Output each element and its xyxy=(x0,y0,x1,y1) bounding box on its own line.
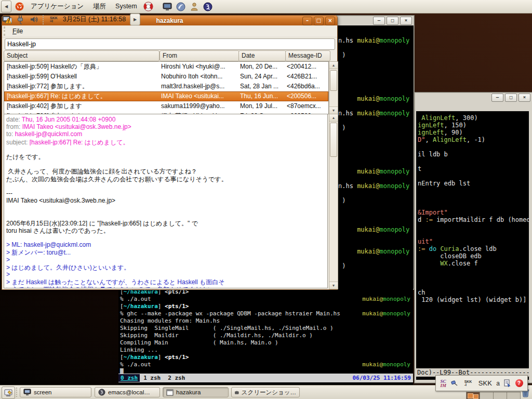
text-segment: 120 (widget lst) (widget b)] xyxy=(418,296,527,303)
emacs-window[interactable]: – □ × AlignLeft, 300)ignLeft, 150)ignLef… xyxy=(414,92,532,383)
text-segment: --- xyxy=(6,190,12,197)
software-update-icon[interactable] xyxy=(2,15,12,25)
power-plug-icon[interactable] xyxy=(15,15,25,25)
task-button-screenshot[interactable]: スクリーンショッ… xyxy=(231,387,300,397)
task-label: スクリーンショッ… xyxy=(242,389,296,396)
scim-toolbar: SCIM SKK-I SKK a ? xyxy=(435,375,528,391)
text-segment: from: xyxy=(6,123,22,130)
message-line: > xyxy=(6,256,327,263)
mail-list-scrollbar[interactable]: ▲ ▼ xyxy=(329,61,338,114)
text-segment: monopoly xyxy=(379,248,409,255)
workspace-4[interactable] xyxy=(507,392,520,399)
terminal-line xyxy=(338,44,414,51)
panel-hide-left-button[interactable]: ◀ xyxy=(1,1,11,12)
minimize-button[interactable]: – xyxy=(491,94,503,102)
column-header-from[interactable]: From xyxy=(159,50,240,61)
message-line xyxy=(6,204,327,211)
terminal-line xyxy=(338,117,414,124)
scroll-down-icon[interactable]: ▼ xyxy=(329,282,338,289)
workspace-1[interactable] xyxy=(467,392,480,399)
column-header-message-id[interactable]: Message-ID xyxy=(285,50,330,61)
sylpheed-launcher-icon[interactable] xyxy=(176,2,186,12)
task-button-hazakura[interactable]: hazakura xyxy=(163,387,229,397)
desktop: – □ × n.hs mukai@monopoly ) mukai@monopo… xyxy=(0,0,532,399)
scim-setup-icon[interactable] xyxy=(504,379,511,387)
volume-icon[interactable] xyxy=(29,15,39,25)
user-launcher-icon[interactable] xyxy=(189,2,200,12)
message-scrollbar[interactable]: ▲ ▼ xyxy=(329,114,338,289)
text-segment: D" xyxy=(418,136,425,143)
skk-indicator[interactable]: SKK=I xyxy=(48,17,60,23)
scroll-up-icon[interactable]: ▲ xyxy=(329,114,338,122)
screen-clock: 06/03/25 11:16:59 xyxy=(352,375,413,381)
screen-window-1[interactable]: 1 zsh xyxy=(140,374,164,382)
text-segment: importMaildir f db (homed xyxy=(433,216,529,223)
table-row[interactable]: [haskell-jp:509] Haskellの「原典」Hiroshi Yuk… xyxy=(4,62,328,72)
terminal-line: % ./a.outmukai@monopoly xyxy=(120,361,413,368)
scim-input-mode[interactable]: a xyxy=(496,380,500,387)
show-desktop-button[interactable] xyxy=(2,387,15,399)
panel-separator xyxy=(43,15,46,24)
top-panel: ◀ アプリケーション 場所 System xyxy=(0,0,532,14)
emacs-launcher-icon[interactable] xyxy=(203,2,213,12)
text-segment: toru hisai さんは書いたのであった。 xyxy=(6,227,110,234)
panel-hide-right-button[interactable]: ▶ xyxy=(130,14,140,25)
task-button-screen[interactable]: screen xyxy=(20,387,91,397)
file-menu[interactable]: File xyxy=(9,25,26,37)
text-segment: mukai@ xyxy=(357,168,379,175)
workspace-3[interactable] xyxy=(494,392,507,399)
menubar: File xyxy=(2,25,337,37)
pushpin-icon[interactable] xyxy=(450,380,458,387)
scroll-down-icon[interactable]: ▼ xyxy=(329,107,338,114)
text-segment: := xyxy=(425,216,432,223)
terminal-line xyxy=(338,233,414,241)
emacs-content[interactable]: AlignLeft, 300)ignLeft, 150)ignLeft, 90)… xyxy=(416,111,529,380)
terminal-line xyxy=(418,274,529,282)
search-input[interactable] xyxy=(5,38,335,50)
panel-clock[interactable]: 3月25日 (土) 11:16:58 xyxy=(60,15,129,24)
scim-help-icon[interactable]: ? xyxy=(515,379,523,387)
message-line: 2005年6月15日(水)[23:09:12] に "[haskell-jp:6… xyxy=(6,219,327,227)
table-cell: [haskell-jp:402] 参加します xyxy=(7,101,158,111)
scrollbar-thumb[interactable] xyxy=(330,70,337,91)
text-segment: > まだ Haskell は触ったことないんですが、うわさによると Haskel… xyxy=(6,278,225,285)
screen-window-0[interactable]: 0 zsh xyxy=(118,374,140,382)
text-segment xyxy=(418,260,440,267)
terminal-line: [~/hazakura] <pts/1> xyxy=(120,354,413,361)
screen-window-2[interactable]: 2 zsh xyxy=(164,374,189,382)
table-row[interactable]: [haskell-jp:772] 参加します。malt3rd.haskell-j… xyxy=(4,82,328,91)
table-row[interactable]: [haskell-jp:599] O'HaskellNobuhiro Itoh … xyxy=(4,72,328,82)
table-cell: [haskell-jp:667] Re: はじめまして。 xyxy=(7,91,158,101)
screen-launcher-icon[interactable] xyxy=(162,2,172,12)
mail-list[interactable]: [haskell-jp:509] Haskellの「原典」Hiroshi Yuk… xyxy=(4,61,329,114)
text-segment: monopoly xyxy=(379,37,409,44)
terminal-line: mukai@monopoly xyxy=(338,226,414,233)
bottom-terminal-window[interactable]: [~/hazakura] <pts/1>% ./a.outmukai@monop… xyxy=(118,287,413,385)
scim-skk-label[interactable]: SKK xyxy=(478,379,492,387)
text-segment: .close f xyxy=(448,260,478,267)
table-row[interactable]: [haskell-jp:402] 参加しますsakuma11999@yaho..… xyxy=(4,101,328,111)
workspace-2[interactable] xyxy=(480,392,494,399)
task-button-emacs[interactable]: emacs@local… xyxy=(95,387,160,397)
text-segment: do xyxy=(429,245,436,252)
scrollbar-thumb[interactable] xyxy=(330,123,337,157)
terminal-line xyxy=(418,172,529,180)
help-lifering-icon[interactable] xyxy=(143,2,154,12)
column-header-subject[interactable]: Subject xyxy=(4,50,159,61)
column-header-date[interactable]: Date xyxy=(238,50,286,61)
skk-engine-icon[interactable]: SKK-I xyxy=(462,380,474,387)
terminal-line xyxy=(338,211,414,219)
table-row[interactable]: [haskell-jp:667] Re: はじめまして。IMAI Takeo <… xyxy=(4,91,328,101)
terminal-line: d := importMaildir f db (homed▸ xyxy=(418,216,529,223)
system-menu[interactable]: System xyxy=(111,0,142,13)
scim-logo-icon[interactable]: SCIM xyxy=(440,379,446,388)
applications-menu[interactable]: アプリケーション xyxy=(26,0,88,13)
terminal-line: closeDB edb xyxy=(418,252,529,260)
close-button[interactable]: × xyxy=(518,94,530,102)
maximize-button[interactable]: □ xyxy=(505,94,517,102)
places-menu[interactable]: 場所 xyxy=(88,0,111,13)
terminal-line: ) xyxy=(338,51,414,59)
message-line: たぶん、次回の勉強会会場は久井さんの会社でお願いする事になりそうです。 xyxy=(6,175,327,182)
scroll-up-icon[interactable]: ▲ xyxy=(329,62,338,69)
terminal-line: ch xyxy=(418,289,529,296)
